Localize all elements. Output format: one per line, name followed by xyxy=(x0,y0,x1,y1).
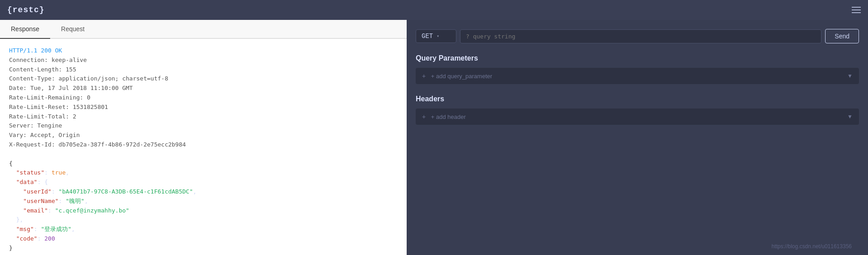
query-parameters-heading: Query Parameters xyxy=(416,54,859,62)
method-chevron-icon: ▾ xyxy=(436,33,439,39)
add-header-text: + add header xyxy=(431,113,466,120)
header-date: Date: Tue, 17 Jul 2018 11:10:00 GMT xyxy=(9,85,133,91)
json-email: "email": "c.qcef@inzymahhy.bo" xyxy=(9,207,129,214)
header-content-length: Content-Length: 155 xyxy=(9,66,76,73)
response-headers: HTTP/1.1 200 OK Connection: keep-alive C… xyxy=(9,46,398,150)
header-rate-remaining: Rate-Limit-Remaining: 0 xyxy=(9,94,90,101)
add-header-plus-icon: + xyxy=(422,113,426,120)
json-msg: "msg": "登录成功", xyxy=(9,226,75,232)
add-query-parameter-row[interactable]: + + add query_parameter ▼ xyxy=(416,68,859,84)
method-value: GET xyxy=(422,33,433,40)
header-rate-reset: Rate-Limit-Reset: 1531825801 xyxy=(9,104,108,110)
main-layout: Response Request HTTP/1.1 200 OK Connect… xyxy=(0,20,868,255)
add-query-parameter-label: + + add query_parameter xyxy=(422,72,492,80)
watermark-text: https://blog.csdn.net/u011613356 xyxy=(772,243,852,250)
json-code: "code": 200 xyxy=(9,235,55,242)
right-panel: GET ▾ Send Query Parameters + + add quer… xyxy=(407,20,868,255)
headers-heading: Headers xyxy=(416,95,859,103)
json-open-brace: { xyxy=(9,160,13,167)
response-body: { "status": true, "data": { "userId": "b… xyxy=(9,159,398,253)
watermark: https://blog.csdn.net/u011613356 xyxy=(416,240,859,255)
header-request-id: X-Request-Id: db705e2a-387f-4b86-972d-2e… xyxy=(9,141,186,148)
header-content-type: Content-Type: application/json; charset=… xyxy=(9,75,168,82)
header-vary: Vary: Accept, Origin xyxy=(9,132,80,138)
url-bar: GET ▾ Send xyxy=(416,29,859,43)
add-header-row[interactable]: + + add header ▼ xyxy=(416,109,859,125)
http-status-line: HTTP/1.1 200 OK xyxy=(9,47,62,54)
header-server: Server: Tengine xyxy=(9,122,62,129)
tab-request[interactable]: Request xyxy=(50,20,95,39)
tabs-bar: Response Request xyxy=(0,20,407,39)
header-connection: Connection: keep-alive xyxy=(9,57,87,63)
headers-section: Headers + + add header ▼ xyxy=(416,95,859,136)
expand-headers-icon[interactable]: ▼ xyxy=(847,113,853,120)
url-input[interactable] xyxy=(460,29,821,43)
json-status: "status": true, xyxy=(9,169,69,176)
send-button[interactable]: Send xyxy=(825,29,859,43)
app-logo: {restc} xyxy=(7,5,45,14)
json-data-close: }, xyxy=(9,216,23,223)
left-panel: Response Request HTTP/1.1 200 OK Connect… xyxy=(0,20,407,255)
query-parameters-section: Query Parameters + + add query_parameter… xyxy=(416,54,859,95)
json-username: "userName": "魄明", xyxy=(9,198,88,204)
header-rate-total: Rate-Limit-Total: 2 xyxy=(9,113,76,120)
response-content: HTTP/1.1 200 OK Connection: keep-alive C… xyxy=(0,39,407,255)
menu-icon[interactable] xyxy=(852,7,861,13)
json-data-key: "data": { xyxy=(9,179,48,185)
plus-icon: + xyxy=(422,72,426,80)
json-userid: "userId": "bA4071b7-97C8-A3DB-65E4-c1F61… xyxy=(9,188,197,195)
topbar: {restc} xyxy=(0,0,868,20)
method-select[interactable]: GET ▾ xyxy=(416,29,456,43)
add-query-parameter-text: + add query_parameter xyxy=(431,73,493,80)
expand-query-parameters-icon[interactable]: ▼ xyxy=(847,73,853,79)
tab-response[interactable]: Response xyxy=(0,20,50,39)
json-close-brace: } xyxy=(9,245,13,251)
add-header-label: + + add header xyxy=(422,113,466,120)
